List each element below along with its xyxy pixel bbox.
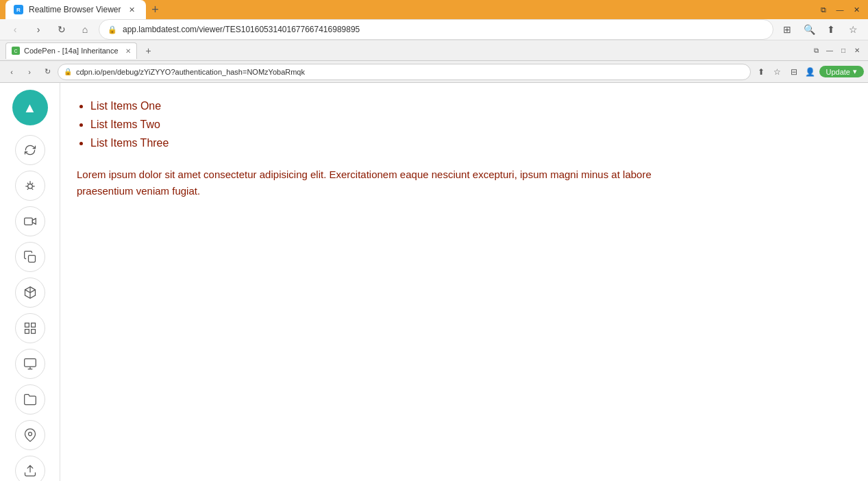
inner-back-button[interactable]: ‹ [4, 64, 19, 79]
inner-user-icon[interactable]: 👤 [803, 64, 818, 79]
inner-tab-label: CodePen - [14a] Inheritance [24, 47, 119, 55]
browser-window: R Realtime Browser Viewer ✕ + ⧉ — ✕ ‹ › … [0, 0, 868, 481]
sidebar-monitor-button[interactable] [15, 349, 45, 379]
inner-bookmark-icon[interactable]: ☆ [770, 64, 785, 79]
window-close-button[interactable]: ✕ [850, 3, 863, 16]
video-icon [23, 214, 37, 228]
content-list: List Items One List Items Two List Items… [77, 97, 852, 153]
list-item-3: List Items Three [90, 134, 852, 152]
tab-favicon: R [14, 5, 23, 14]
bug-icon [23, 179, 37, 193]
outer-title-bar: R Realtime Browser Viewer ✕ + ⧉ — ✕ [0, 0, 868, 19]
tab-label: Realtime Browser Viewer [29, 5, 121, 14]
monitor-icon [23, 357, 37, 371]
inner-lock-icon: 🔒 [64, 68, 72, 75]
inner-maximize-button[interactable]: □ [838, 45, 849, 56]
svg-rect-4 [31, 323, 35, 328]
new-tab-button[interactable]: + [146, 0, 165, 19]
inner-browser: C CodePen - [14a] Inheritance ✕ + ⧉ — □ … [0, 40, 868, 481]
svg-point-0 [27, 184, 32, 189]
update-button[interactable]: Update ▾ [819, 66, 864, 77]
inner-share-icon[interactable]: ⬆ [754, 64, 769, 79]
list-item-1: List Items One [90, 97, 852, 115]
outer-address-bar-row: ‹ › ↻ ⌂ 🔒 app.lambdatest.com/viewer/TES1… [0, 19, 868, 40]
up-arrow-icon: ▲ [23, 100, 37, 116]
address-bar[interactable]: 🔒 app.lambdatest.com/viewer/TES101605314… [99, 19, 773, 40]
cube-icon [23, 286, 37, 299]
grid-icon [23, 321, 37, 335]
svg-rect-2 [28, 256, 35, 262]
location-icon [23, 428, 37, 442]
active-tab[interactable]: R Realtime Browser Viewer ✕ [5, 0, 146, 19]
share-button[interactable]: ⬆ [821, 20, 841, 39]
home-button[interactable]: ⌂ [75, 20, 95, 39]
back-button[interactable]: ‹ [5, 20, 25, 39]
inner-tile-button[interactable]: ⧉ [810, 45, 821, 56]
list-item-2: List Items Two [90, 115, 852, 134]
inner-reload-button[interactable]: ↻ [40, 64, 55, 79]
inner-new-tab-button[interactable]: + [141, 43, 156, 58]
update-chevron: ▾ [853, 67, 857, 76]
sidebar-sync-button[interactable] [15, 135, 45, 165]
lock-icon: 🔒 [108, 25, 117, 34]
inner-tab-close-button[interactable]: ✕ [125, 47, 131, 55]
main-content-area: ▲ [0, 83, 868, 481]
window-tile-button[interactable]: ⧉ [817, 3, 830, 16]
web-content: List Items One List Items Two List Items… [60, 83, 868, 481]
tab-close-button[interactable]: ✕ [127, 4, 138, 15]
upload-icon [23, 464, 37, 478]
copy-icon [23, 250, 37, 264]
sidebar-grid-button[interactable] [15, 313, 45, 343]
sidebar-bug-button[interactable] [15, 171, 45, 201]
sidebar-cube-button[interactable] [15, 278, 45, 308]
sidebar-folder-button[interactable] [15, 384, 45, 415]
inner-active-tab[interactable]: C CodePen - [14a] Inheritance ✕ [5, 42, 137, 59]
svg-rect-1 [24, 218, 32, 225]
inner-minimize-button[interactable]: — [824, 45, 835, 56]
sidebar-location-button[interactable] [15, 420, 45, 450]
sidebar-top-button[interactable]: ▲ [12, 90, 48, 125]
folder-icon [23, 393, 37, 406]
sidebar-upload-button[interactable] [15, 456, 45, 481]
sidebar-video-button[interactable] [15, 206, 45, 236]
inner-window-controls: ⧉ — □ ✕ [810, 45, 863, 56]
left-sidebar: ▲ [0, 83, 60, 481]
inner-addr-actions: ⬆ ☆ ⊟ 👤 Update ▾ [754, 64, 864, 79]
reload-button[interactable]: ↻ [52, 20, 71, 39]
svg-rect-3 [25, 323, 29, 328]
inner-url-text: cdpn.io/pen/debug/zYiZYYO?authentication… [76, 68, 305, 76]
screenshot-button[interactable]: ⊞ [778, 20, 797, 39]
inner-title-bar: C CodePen - [14a] Inheritance ✕ + ⧉ — □ … [0, 40, 868, 61]
inner-address-bar-row: ‹ › ↻ 🔒 cdpn.io/pen/debug/zYiZYYO?authen… [0, 61, 868, 83]
inner-tile-icon[interactable]: ⊟ [786, 64, 802, 79]
svg-rect-7 [24, 359, 36, 367]
svg-point-8 [28, 432, 32, 436]
forward-button[interactable]: › [29, 20, 48, 39]
sync-icon [23, 143, 37, 157]
update-label: Update [826, 68, 850, 76]
inner-close-button[interactable]: ✕ [852, 45, 863, 56]
svg-rect-5 [25, 330, 29, 334]
bookmark-button[interactable]: ☆ [843, 20, 863, 39]
inner-forward-button[interactable]: › [22, 64, 37, 79]
sidebar-copy-button[interactable] [15, 242, 45, 272]
outer-url-text: app.lambdatest.com/viewer/TES10160531401… [123, 25, 360, 34]
zoom-button[interactable]: 🔍 [799, 20, 819, 39]
content-paragraph: Lorem ipsum dolor sit amet consectetur a… [77, 166, 693, 199]
tab-area: R Realtime Browser Viewer ✕ + [5, 0, 812, 19]
inner-address-bar[interactable]: 🔒 cdpn.io/pen/debug/zYiZYYO?authenticati… [58, 64, 751, 80]
window-controls: ⧉ — ✕ [817, 3, 863, 16]
inner-tab-favicon: C [12, 47, 20, 55]
svg-rect-6 [31, 330, 35, 334]
window-minimize-button[interactable]: — [834, 3, 846, 16]
address-actions: ⊞ 🔍 ⬆ ☆ [778, 20, 863, 39]
